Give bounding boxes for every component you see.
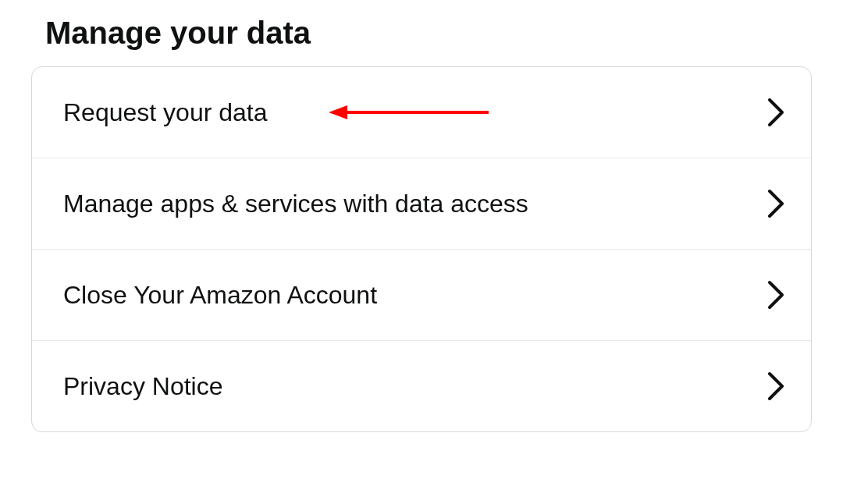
manage-data-list: Request your data Manage apps & services… [31, 66, 812, 432]
list-item-close-account[interactable]: Close Your Amazon Account [32, 250, 811, 341]
chevron-right-icon [766, 97, 786, 128]
list-item-label: Manage apps & services with data access [63, 190, 528, 218]
list-item-privacy-notice[interactable]: Privacy Notice [32, 341, 811, 431]
list-item-request-data[interactable]: Request your data [32, 67, 811, 158]
chevron-right-icon [766, 279, 786, 311]
annotation-arrow-icon [329, 101, 493, 124]
chevron-right-icon [766, 188, 786, 219]
list-item-label: Request your data [63, 98, 268, 127]
svg-marker-1 [329, 105, 347, 119]
list-item-manage-apps[interactable]: Manage apps & services with data access [32, 158, 811, 250]
list-item-label: Close Your Amazon Account [63, 281, 377, 310]
list-item-label: Privacy Notice [63, 372, 223, 401]
chevron-right-icon [766, 371, 786, 402]
section-title: Manage your data [31, 16, 812, 51]
